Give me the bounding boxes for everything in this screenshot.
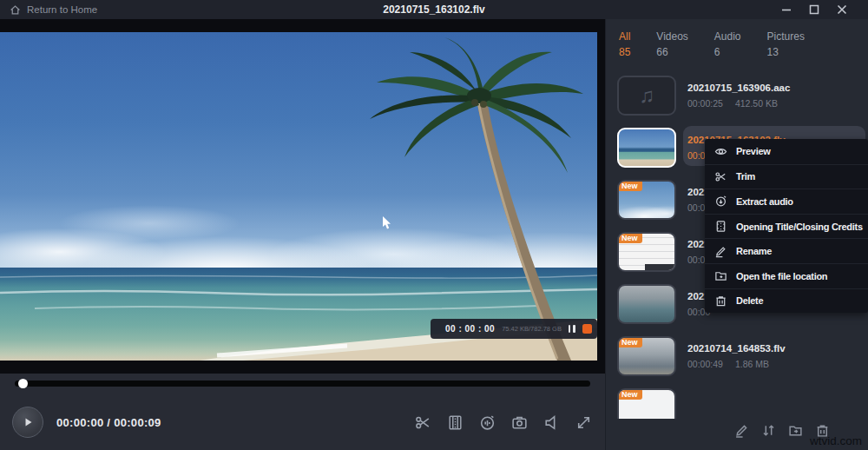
expand-arrow-icon — [575, 414, 593, 432]
file-size: 412.50 KB — [735, 98, 778, 109]
new-badge: New — [617, 336, 642, 347]
folder-open-icon — [705, 269, 736, 282]
title-bar: Return to Home 20210715_163102.flv — [0, 0, 868, 19]
pause-button[interactable] — [569, 325, 575, 333]
video-thumbnail: New — [617, 336, 676, 376]
eye-icon — [705, 145, 736, 158]
return-home-button[interactable]: Return to Home — [0, 4, 97, 16]
video-thumbnail — [617, 128, 676, 168]
video-thumbnail: New — [617, 180, 676, 220]
tab-pictures[interactable]: Pictures 13 — [767, 30, 805, 58]
music-note-icon: ♫ — [639, 83, 654, 108]
scissors-icon — [705, 170, 736, 183]
play-icon — [22, 416, 34, 428]
trim-button[interactable] — [414, 414, 432, 432]
context-menu: Preview Trim Extract audio Opening Title… — [705, 139, 868, 313]
file-duration: 00:00:25 — [687, 98, 723, 109]
pencil-icon — [705, 245, 736, 258]
pencil-icon — [734, 423, 749, 438]
return-home-label: Return to Home — [27, 4, 97, 15]
snapshot-button[interactable] — [510, 414, 529, 432]
tab-all[interactable]: All 85 — [619, 30, 630, 58]
minimize-button[interactable] — [781, 4, 792, 15]
mouse-cursor — [382, 216, 392, 230]
seek-bar[interactable] — [15, 381, 590, 387]
folder-open-icon — [788, 423, 803, 438]
watermark: wtvid.com — [810, 434, 862, 447]
menu-item-delete[interactable]: Delete — [705, 288, 868, 314]
sort-arrows-icon — [761, 423, 776, 438]
audio-thumbnail: ♫ — [617, 76, 676, 116]
file-duration: 00:00:49 — [687, 359, 723, 369]
recording-toolbar: 00 : 00 : 00 75.42 KB/782.78 GB — [431, 319, 597, 339]
tab-videos[interactable]: Videos 66 — [656, 30, 687, 58]
sort-button[interactable] — [761, 423, 776, 438]
window-controls — [781, 4, 868, 15]
stop-button[interactable] — [582, 324, 592, 334]
new-badge: New — [617, 232, 642, 243]
close-button[interactable] — [837, 4, 847, 15]
stop-icon — [582, 324, 592, 334]
scissors-icon — [414, 414, 432, 432]
maximize-button[interactable] — [809, 4, 819, 15]
player-pane: 00 : 00 : 00 75.42 KB/782.78 GB — [0, 19, 605, 450]
video-thumbnail — [617, 284, 676, 324]
video-stage: 00 : 00 : 00 75.42 KB/782.78 GB — [0, 19, 605, 374]
video-frame[interactable]: 00 : 00 : 00 75.42 KB/782.78 GB — [0, 32, 597, 361]
seek-handle[interactable] — [18, 379, 28, 388]
recording-size-info: 75.42 KB/782.78 GB — [502, 325, 562, 333]
film-strip-icon — [446, 414, 464, 432]
open-folder-button[interactable] — [788, 423, 803, 438]
recording-time: 00 : 00 : 00 — [445, 324, 495, 334]
home-icon — [10, 4, 21, 16]
file-name: 20210714_164853.flv — [687, 343, 786, 354]
extract-audio-icon — [705, 195, 736, 208]
menu-item-credits[interactable]: Opening Title/Closing Credits — [705, 214, 868, 239]
file-name: 20210715_163906.aac — [687, 83, 790, 93]
list-item[interactable]: New — [606, 382, 868, 419]
audio-extract-icon — [478, 414, 496, 432]
volume-button[interactable] — [542, 414, 561, 432]
video-thumbnail: New — [617, 232, 676, 272]
filter-tabs: All 85 Videos 66 Audio 6 Pictures 13 — [606, 19, 868, 58]
camera-icon — [510, 414, 529, 432]
beach-palm-graphic — [0, 32, 597, 361]
menu-item-rename[interactable]: Rename — [705, 238, 868, 263]
menu-item-open-location[interactable]: Open the file location — [705, 263, 868, 288]
list-item[interactable]: New 20210714_164853.flv 00:00:49 1.86 MB — [606, 330, 868, 382]
player-controls-bar: 00:00:00 / 00:00:09 — [0, 374, 605, 450]
play-button[interactable] — [12, 407, 43, 438]
window-title: 20210715_163102.flv — [0, 3, 868, 16]
menu-item-trim[interactable]: Trim — [705, 164, 868, 189]
new-badge: New — [617, 388, 642, 400]
tab-audio[interactable]: Audio 6 — [714, 30, 741, 58]
fullscreen-button[interactable] — [575, 414, 593, 432]
menu-item-extract-audio[interactable]: Extract audio — [705, 189, 868, 214]
list-item[interactable]: ♫ 20210715_163906.aac 00:00:25 412.50 KB — [606, 69, 868, 122]
extract-audio-button[interactable] — [478, 414, 496, 432]
credits-button[interactable] — [446, 414, 464, 432]
app-window: Return to Home 20210715_163102.flv — [0, 0, 868, 450]
video-thumbnail: New — [617, 388, 676, 419]
speaker-icon — [542, 414, 561, 432]
time-display: 00:00:00 / 00:00:09 — [56, 416, 161, 429]
menu-item-preview[interactable]: Preview — [705, 139, 868, 164]
rename-button[interactable] — [734, 423, 749, 438]
film-frame-icon — [705, 220, 736, 233]
file-size: 1.86 MB — [735, 359, 769, 369]
trash-icon — [705, 294, 736, 308]
new-badge: New — [617, 180, 642, 191]
